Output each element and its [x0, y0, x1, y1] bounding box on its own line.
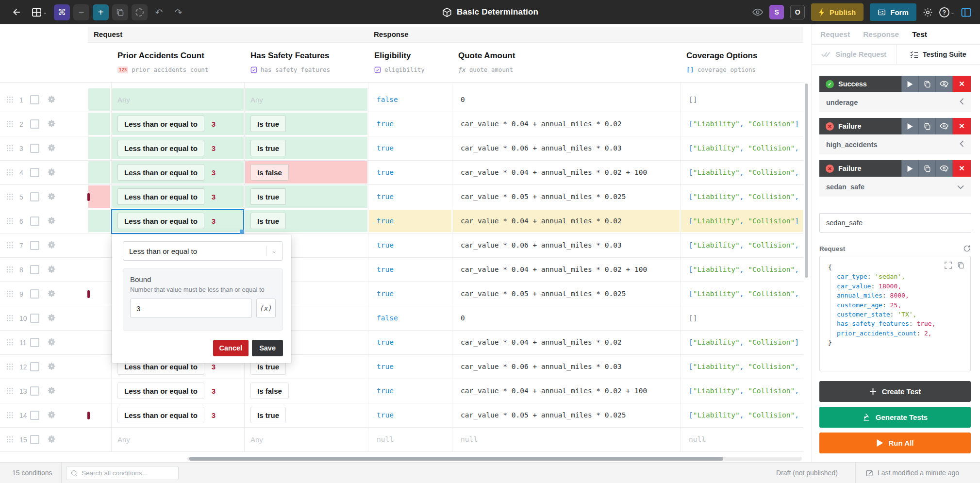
overflow-cell[interactable]	[88, 258, 110, 281]
row-settings-icon[interactable]	[48, 119, 56, 130]
eligibility-cell[interactable]: true	[369, 331, 451, 353]
condition-value[interactable]: 3	[212, 411, 216, 419]
run-test-button[interactable]	[901, 160, 918, 177]
drag-handle-icon[interactable]	[7, 363, 13, 373]
quote-amount-cell[interactable]: car_value * 0.06 + annual_miles * 0.03	[453, 137, 680, 159]
avatar[interactable]: S	[769, 5, 784, 19]
row-settings-icon[interactable]	[48, 168, 56, 178]
coverage-options-cell[interactable]: ["Liability", "Collision",	[681, 185, 803, 208]
eligibility-cell[interactable]: true	[369, 404, 451, 426]
row-checkbox[interactable]	[30, 119, 39, 129]
overflow-cell[interactable]	[88, 283, 110, 305]
row-checkbox[interactable]	[30, 386, 39, 396]
coverage-value[interactable]: ["Liability", "Collision"]	[689, 217, 799, 225]
selection-fill-handle[interactable]	[240, 230, 244, 234]
prior-accidents-cell[interactable]: Less than or equal to3	[112, 113, 244, 135]
copy-icon[interactable]	[957, 262, 964, 269]
quote-amount-cell[interactable]: car_value * 0.04 + annual_miles * 0.02 +…	[453, 380, 680, 402]
overflow-cell[interactable]	[88, 137, 110, 159]
remove-row-button[interactable]: −	[73, 4, 89, 20]
row-settings-icon[interactable]	[48, 314, 56, 324]
quote-amount-cell[interactable]: car_value * 0.04 + annual_miles * 0.02 +…	[453, 258, 680, 281]
prior-accidents-cell[interactable]: Less than or equal to3	[112, 185, 244, 208]
coverage-options-cell[interactable]: ["Liability", "Collision",	[681, 258, 803, 281]
expression-toggle-button[interactable]: (x)	[256, 299, 276, 318]
overflow-cell[interactable]	[88, 355, 110, 378]
row-checkbox[interactable]	[30, 314, 39, 323]
column-header-prior-accidents[interactable]: Prior Accidents Count 123prior_accidents…	[111, 43, 244, 83]
row-checkbox[interactable]	[30, 362, 39, 371]
row-checkbox[interactable]	[30, 144, 39, 153]
condition-chip[interactable]: Is false	[250, 164, 289, 181]
quote-amount-cell[interactable]: car_value * 0.04 + annual_miles * 0.02	[453, 331, 680, 353]
drag-handle-icon[interactable]	[7, 96, 13, 106]
eligibility-cell[interactable]: true	[369, 283, 451, 305]
coverage-options-cell[interactable]: ["Liability", "Collision"]	[681, 210, 803, 232]
horizontal-scrollbar[interactable]	[189, 457, 723, 461]
single-request-toggle[interactable]: Single Request	[812, 45, 897, 64]
condition-chip[interactable]: Is true	[250, 188, 286, 205]
quote-amount-cell[interactable]: null	[453, 428, 680, 450]
row-settings-icon[interactable]	[48, 362, 56, 372]
run-test-button[interactable]	[901, 76, 918, 92]
row-checkbox[interactable]	[30, 168, 39, 177]
has-safety-cell[interactable]: Is false	[245, 380, 367, 402]
preview-test-button[interactable]	[935, 118, 952, 134]
undo-button[interactable]: ↶	[151, 4, 167, 20]
coverage-value[interactable]: ["Liability", "Collision",	[689, 290, 799, 298]
column-header-has-safety[interactable]: Has Safety Features has_safety_features	[244, 43, 368, 83]
expand-icon[interactable]	[945, 262, 952, 269]
coverage-options-cell[interactable]: ["Liability", "Collision",	[681, 355, 803, 378]
condition-chip[interactable]: Less than or equal to	[117, 116, 204, 132]
drag-handle-icon[interactable]	[7, 387, 13, 397]
duplicate-test-button[interactable]	[918, 160, 935, 177]
quote-amount-cell[interactable]: car_value * 0.05 + annual_miles * 0.025	[453, 185, 680, 208]
condition-chip[interactable]: Is false	[250, 383, 289, 399]
prior-accidents-cell[interactable]: Less than or equal to3	[112, 137, 244, 159]
eligibility-cell[interactable]: true	[369, 185, 451, 208]
condition-chip[interactable]: Is true	[250, 140, 286, 156]
overflow-cell[interactable]	[88, 88, 110, 111]
row-checkbox[interactable]	[30, 192, 39, 201]
testing-suite-toggle[interactable]: Testing Suite	[897, 45, 980, 64]
coverage-value[interactable]: ["Liability", "Collision"]	[689, 120, 799, 128]
coverage-options-cell[interactable]: ["Liability", "Collision",	[681, 161, 803, 183]
overflow-cell[interactable]	[88, 428, 110, 450]
drag-handle-icon[interactable]	[7, 339, 13, 349]
coverage-options-cell[interactable]: ["Liability", "Collision",	[681, 137, 803, 159]
has-safety-cell[interactable]: Is false	[245, 161, 367, 183]
duplicate-test-button[interactable]	[918, 118, 935, 134]
coverage-value[interactable]: ["Liability", "Collision",	[689, 193, 799, 200]
coverage-value[interactable]: ["Liability", "Collision",	[689, 387, 799, 395]
column-header-eligibility[interactable]: Eligibility eligibility	[368, 43, 452, 83]
quote-amount-cell[interactable]: 0	[453, 88, 680, 111]
eligibility-cell[interactable]: null	[369, 428, 451, 450]
has-safety-cell[interactable]: Is true	[245, 137, 367, 159]
eligibility-cell[interactable]: true	[369, 380, 451, 402]
prior-accidents-cell[interactable]: Any	[112, 428, 244, 450]
condition-value[interactable]: 3	[212, 168, 216, 177]
quote-amount-cell[interactable]: car_value * 0.06 + annual_miles * 0.03	[453, 355, 680, 378]
condition-chip[interactable]: Is true	[250, 116, 286, 132]
row-checkbox[interactable]	[30, 265, 39, 274]
delete-test-button[interactable]: ✕	[952, 76, 971, 92]
drag-handle-icon[interactable]	[7, 217, 13, 227]
row-checkbox[interactable]	[30, 241, 39, 250]
row-checkbox[interactable]	[30, 338, 39, 347]
selection-mode-button[interactable]	[132, 4, 148, 20]
coverage-value[interactable]: null	[689, 435, 706, 443]
row-checkbox[interactable]	[30, 411, 39, 420]
quote-amount-cell[interactable]: car_value * 0.05 + annual_miles * 0.025	[453, 404, 680, 426]
quote-amount-cell[interactable]: car_value * 0.04 + annual_miles * 0.02	[453, 210, 680, 232]
quote-amount-cell[interactable]: car_value * 0.04 + annual_miles * 0.02	[453, 113, 680, 135]
avatar-secondary[interactable]: O	[790, 5, 805, 19]
command-button[interactable]: ⌘	[54, 4, 70, 20]
coverage-options-cell[interactable]: []	[681, 307, 803, 329]
row-settings-icon[interactable]	[48, 217, 56, 227]
row-checkbox[interactable]	[30, 95, 39, 104]
condition-chip[interactable]: Less than or equal to	[117, 407, 204, 423]
save-button[interactable]: Save	[252, 340, 283, 356]
quote-amount-cell[interactable]: car_value * 0.06 + annual_miles * 0.03	[453, 234, 680, 256]
coverage-value[interactable]: ["Liability", "Collision",	[689, 411, 799, 419]
help-menu[interactable]: ?⌄	[939, 7, 955, 17]
